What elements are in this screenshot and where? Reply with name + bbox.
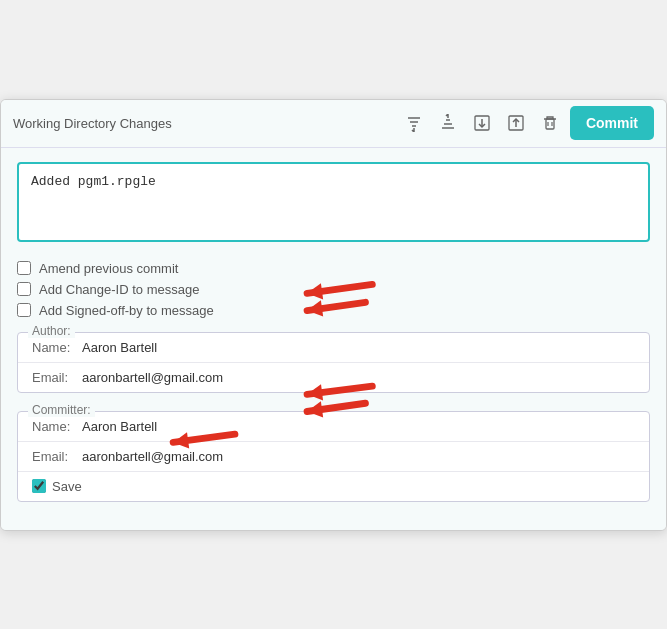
- delete-icon[interactable]: [536, 109, 564, 137]
- author-email-label: Email:: [32, 370, 82, 385]
- commit-button[interactable]: Commit: [570, 106, 654, 140]
- unstage-icon[interactable]: [502, 109, 530, 137]
- filter-up-icon[interactable]: [434, 109, 462, 137]
- amend-row: Amend previous commit: [17, 261, 650, 276]
- signed-off-row: Add Signed-off-by to message: [17, 303, 650, 318]
- change-id-label: Add Change-ID to message: [39, 282, 199, 297]
- committer-email-row: Email:: [18, 442, 649, 472]
- signed-off-label: Add Signed-off-by to message: [39, 303, 214, 318]
- commit-message-input[interactable]: [17, 162, 650, 242]
- committer-email-label: Email:: [32, 449, 82, 464]
- svg-rect-10: [546, 119, 554, 129]
- options-section: Amend previous commit Add Change-ID to m…: [17, 261, 650, 318]
- committer-section-label: Committer:: [28, 403, 95, 417]
- titlebar: Working Directory Changes: [1, 100, 666, 148]
- content-area: Amend previous commit Add Change-ID to m…: [1, 148, 666, 530]
- author-email-input[interactable]: [82, 370, 635, 385]
- save-row: Save: [18, 472, 649, 501]
- author-section-label: Author:: [28, 324, 75, 338]
- author-email-row: Email:: [18, 363, 649, 392]
- committer-name-input[interactable]: [82, 419, 635, 434]
- change-id-row: Add Change-ID to message: [17, 282, 650, 297]
- committer-name-label: Name:: [32, 419, 82, 434]
- window-title: Working Directory Changes: [13, 116, 172, 131]
- committer-section: Committer: Name: Email: Save: [17, 411, 650, 502]
- author-name-input[interactable]: [82, 340, 635, 355]
- amend-label: Amend previous commit: [39, 261, 178, 276]
- main-window: Working Directory Changes: [0, 99, 667, 531]
- author-name-row: Name:: [18, 333, 649, 363]
- amend-checkbox[interactable]: [17, 261, 31, 275]
- committer-name-row: Name:: [18, 412, 649, 442]
- save-label: Save: [52, 479, 82, 494]
- save-checkbox[interactable]: [32, 479, 46, 493]
- committer-email-input[interactable]: [82, 449, 635, 464]
- filter-down-icon[interactable]: [400, 109, 428, 137]
- stage-icon[interactable]: [468, 109, 496, 137]
- author-section: Author: Name: Email:: [17, 332, 650, 393]
- author-name-label: Name:: [32, 340, 82, 355]
- signed-off-checkbox[interactable]: [17, 303, 31, 317]
- toolbar-icons: Commit: [400, 106, 654, 140]
- change-id-checkbox[interactable]: [17, 282, 31, 296]
